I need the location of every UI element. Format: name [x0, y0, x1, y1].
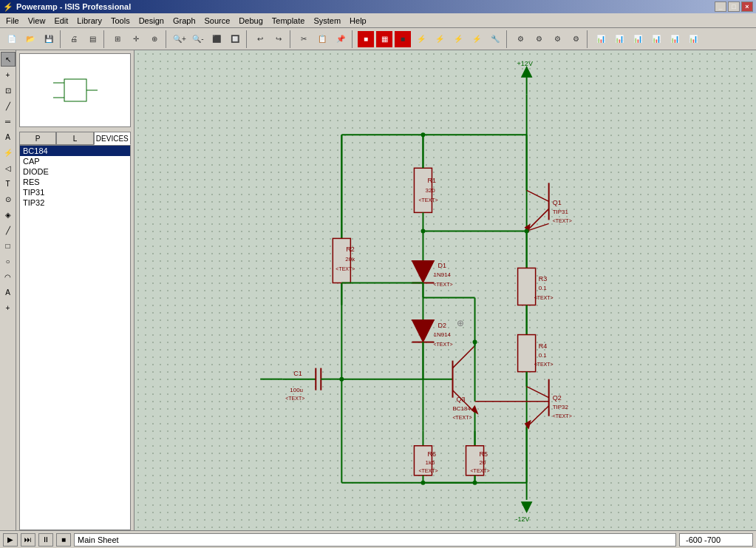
- tb-print2[interactable]: ▤: [84, 30, 101, 48]
- canvas-area[interactable]: +12V -12V R1 320: [134, 50, 756, 530]
- svg-text:<TEXT>: <TEXT>: [418, 197, 437, 203]
- tb-zoom-out[interactable]: 🔍-: [189, 30, 207, 48]
- svg-text:TIP32: TIP32: [553, 404, 569, 410]
- tb-b2[interactable]: ▦: [375, 30, 393, 48]
- tb-c2[interactable]: ⚙: [530, 30, 548, 48]
- lt-draw-circle[interactable]: ○: [1, 254, 16, 268]
- titlebar-controls[interactable]: _ □ ×: [715, 1, 753, 12]
- tb-d3[interactable]: 📊: [629, 30, 647, 48]
- device-tip31[interactable]: TIP31: [20, 187, 130, 197]
- tb-d1[interactable]: 📊: [592, 30, 610, 48]
- stop-button[interactable]: ■: [56, 533, 71, 547]
- tb-d2[interactable]: 📊: [610, 30, 628, 48]
- menu-graph[interactable]: Graph: [168, 15, 200, 27]
- menu-edit[interactable]: Edit: [50, 15, 72, 27]
- tb-undo[interactable]: ↩: [251, 30, 269, 48]
- lt-probe[interactable]: ⊙: [1, 192, 16, 206]
- r6-resistor: R6 1k6 <TEXT>: [414, 431, 437, 483]
- tb-paste[interactable]: 📌: [332, 30, 350, 48]
- tb-b6[interactable]: ⚡: [449, 30, 467, 48]
- step-button[interactable]: ⏭: [21, 533, 35, 547]
- lt-draw-box[interactable]: □: [1, 238, 16, 253]
- tb-c3[interactable]: ⚙: [548, 30, 566, 48]
- tab-devices[interactable]: DEVICES: [94, 132, 131, 145]
- close-button[interactable]: ×: [741, 1, 753, 12]
- tb-cut[interactable]: ✂: [295, 30, 313, 48]
- lt-junction[interactable]: ⊡: [1, 83, 16, 98]
- menu-tools[interactable]: Tools: [106, 15, 134, 27]
- tb-crosshair[interactable]: ⊕: [146, 30, 163, 48]
- menu-system[interactable]: System: [309, 15, 345, 27]
- lt-draw-line[interactable]: ╱: [1, 223, 16, 237]
- lt-port[interactable]: ◁: [1, 160, 16, 175]
- svg-text:D1: D1: [437, 262, 446, 269]
- tb-copy[interactable]: 📋: [313, 30, 331, 48]
- lt-symbols[interactable]: +: [1, 300, 16, 315]
- d2-diode: D2 1N914 <TEXT> ⊕: [412, 298, 463, 379]
- lt-select[interactable]: ↖: [1, 52, 16, 67]
- tb-b4[interactable]: ⚡: [412, 30, 430, 48]
- tb-c1[interactable]: ⚙: [511, 30, 529, 48]
- tb-sep2: [103, 30, 106, 48]
- device-tip32[interactable]: TIP32: [20, 197, 130, 208]
- tb-d5[interactable]: 📊: [666, 30, 684, 48]
- play-button[interactable]: ▶: [3, 533, 18, 547]
- tb-redo[interactable]: ↪: [270, 30, 287, 48]
- menu-template[interactable]: Template: [268, 15, 310, 27]
- menu-file[interactable]: File: [1, 15, 24, 27]
- lt-power[interactable]: ⚡: [1, 145, 16, 160]
- tb-d6[interactable]: 📊: [684, 30, 702, 48]
- tb-grid[interactable]: ⊞: [109, 30, 126, 48]
- svg-text:<TEXT>: <TEXT>: [534, 295, 554, 300]
- tb-c4[interactable]: ⚙: [567, 30, 585, 48]
- tab-p[interactable]: P: [19, 132, 56, 145]
- svg-text:320: 320: [425, 187, 435, 194]
- device-diode[interactable]: DIODE: [20, 166, 130, 177]
- menu-help[interactable]: Help: [345, 15, 371, 27]
- svg-text:1k6: 1k6: [425, 459, 435, 466]
- tb-open[interactable]: 📂: [21, 30, 39, 48]
- circuit-svg[interactable]: +12V -12V R1 320: [134, 50, 756, 530]
- tb-print[interactable]: 🖨: [65, 30, 83, 48]
- lt-wire[interactable]: ╱: [1, 98, 16, 113]
- tb-zoom-all[interactable]: ⬛: [208, 30, 225, 48]
- pause-button[interactable]: ⏸: [38, 533, 53, 547]
- lt-draw-arc[interactable]: ◠: [1, 269, 16, 284]
- svg-line-73: [527, 190, 549, 201]
- menu-design[interactable]: Design: [134, 15, 168, 27]
- preview-area: [19, 53, 131, 127]
- lt-bus[interactable]: ═: [1, 114, 16, 129]
- lt-component[interactable]: +: [1, 67, 16, 82]
- menu-view[interactable]: View: [24, 15, 50, 27]
- lt-label[interactable]: A: [1, 129, 16, 144]
- device-res[interactable]: RES: [20, 177, 130, 187]
- menu-library[interactable]: Library: [72, 15, 106, 27]
- r3-resistor: R3 0.1 <TEXT>: [518, 257, 554, 323]
- tb-origin[interactable]: ✛: [127, 30, 145, 48]
- device-cap[interactable]: CAP: [20, 156, 130, 166]
- tb-b1[interactable]: ■: [357, 30, 375, 48]
- svg-marker-34: [412, 320, 434, 342]
- lt-instrument[interactable]: ◈: [1, 207, 16, 222]
- device-bc184[interactable]: BC184: [20, 146, 130, 156]
- tb-save[interactable]: 💾: [40, 30, 58, 48]
- tb-zoom-fit[interactable]: 🔲: [226, 30, 244, 48]
- tb-new[interactable]: 📄: [3, 30, 21, 48]
- d1-diode: D1 1N914 <TEXT>: [412, 231, 452, 297]
- tb-d4[interactable]: 📊: [647, 30, 665, 48]
- minimize-button[interactable]: _: [715, 1, 726, 12]
- tb-zoom-in[interactable]: 🔍+: [171, 30, 188, 48]
- maximize-button[interactable]: □: [728, 1, 740, 12]
- tb-b5[interactable]: ⚡: [431, 30, 449, 48]
- menu-debug[interactable]: Debug: [234, 15, 267, 27]
- svg-text:C1: C1: [293, 370, 302, 377]
- tb-b3[interactable]: ■: [394, 30, 412, 48]
- tb-b7[interactable]: ⚡: [468, 30, 486, 48]
- lt-draw-text[interactable]: A: [1, 285, 16, 300]
- svg-text:TIP31: TIP31: [553, 209, 569, 215]
- svg-line-95: [527, 387, 549, 398]
- tab-l[interactable]: L: [56, 132, 93, 145]
- tb-b8[interactable]: 🔧: [486, 30, 504, 48]
- menu-source[interactable]: Source: [200, 15, 235, 27]
- lt-text[interactable]: T: [1, 176, 16, 191]
